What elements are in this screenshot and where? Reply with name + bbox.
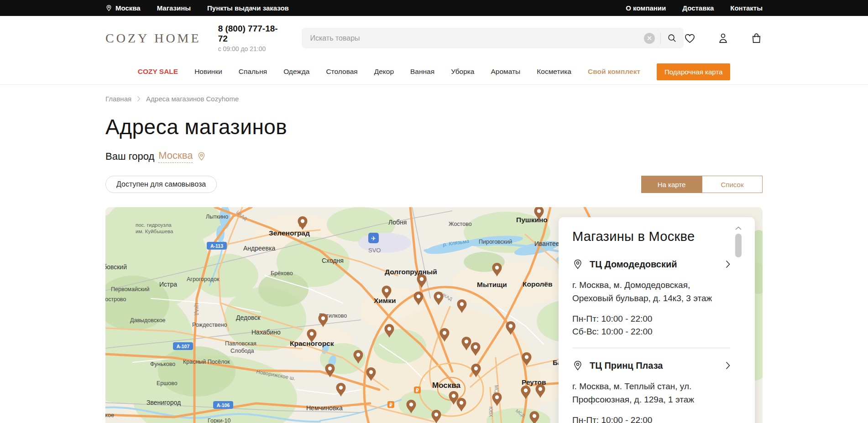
logo[interactable]: COZY HOME — [105, 31, 201, 46]
chevron-right-icon[interactable] — [726, 361, 730, 370]
map-label: Москва — [432, 381, 461, 390]
nav-item-5[interactable]: Декор — [374, 68, 394, 76]
phone-number[interactable]: 8 (800) 777-18-72 — [218, 24, 286, 44]
nav-item-0[interactable]: COZY SALE — [138, 68, 178, 76]
page-title: Адреса магазинов — [105, 115, 763, 139]
map-label: Хлебовский — [105, 263, 127, 271]
store-hours-line: Сб-Вс: 10:00 - 22:00 — [572, 327, 730, 337]
topbar-link-label: Контакты — [730, 4, 763, 12]
map-label: Ершово — [157, 380, 178, 386]
svg-text:А-107: А-107 — [177, 344, 190, 349]
map-label: Пушкино — [516, 216, 548, 224]
map-label: Зеленоград — [269, 229, 310, 237]
breadcrumb-home[interactable]: Главная — [105, 95, 131, 103]
nav-item-2[interactable]: Спальня — [239, 68, 267, 76]
city-select-link[interactable]: Москва — [158, 150, 193, 163]
map-label: Немчиновка — [306, 404, 343, 412]
map-label: Мытищи — [477, 281, 507, 288]
topbar-link-москва[interactable]: Москва — [105, 4, 141, 12]
favorites-heart-icon[interactable] — [684, 32, 696, 44]
map-label: Горки-10 — [208, 418, 230, 423]
phone-block: 8 (800) 777-18-72 с 09:00 до 21:00 — [218, 24, 286, 52]
topbar-link-магазины[interactable]: Магазины — [157, 4, 191, 12]
map-label: Брёхово — [271, 270, 293, 277]
map-label: Нахабино — [251, 329, 281, 336]
topbar-link-о-компании[interactable]: О компании — [626, 4, 666, 12]
store-hours: Пн-Пт: 10:00 - 22:00Сб-Вс: 10:00 - 22:00 — [572, 314, 730, 337]
topbar-link-label: Доставка — [682, 4, 714, 12]
map-label: Рождествено — [192, 322, 227, 328]
airport-icon: ✈ — [368, 233, 379, 243]
svg-text:₽: ₽ — [416, 388, 419, 393]
topbar-link-контакты[interactable]: Контакты — [730, 4, 763, 12]
road-number-badge: А-107 — [173, 342, 193, 350]
nav-item-6[interactable]: Ванная — [410, 68, 434, 76]
chevron-right-icon[interactable] — [726, 260, 730, 268]
location-pin-icon — [105, 5, 112, 11]
nav-item-3[interactable]: Одежда — [283, 68, 309, 76]
city-pin-icon — [197, 151, 206, 161]
panel-scrollbar[interactable] — [734, 224, 743, 423]
map-label: Кострово — [105, 296, 126, 303]
search-bar: ✕ — [302, 28, 684, 48]
search-divider — [660, 32, 661, 44]
map-label: Жостово — [449, 221, 472, 227]
topbar-link-доставка[interactable]: Доставка — [682, 4, 714, 12]
search-input[interactable] — [310, 34, 644, 42]
tab-list-view[interactable]: Список — [702, 176, 763, 193]
tab-map-view[interactable]: На карте — [641, 176, 702, 193]
breadcrumb-chevron-icon — [137, 96, 141, 102]
map-container[interactable]: А-113А-107А-106✈₽₽₽ ЗеленоградПушкиноЛоб… — [105, 207, 763, 423]
pickup-filter-chip[interactable]: Доступен для самовывоза — [105, 176, 217, 193]
store-item-header[interactable]: ТЦ Принц Плаза — [572, 360, 730, 371]
nav-item-9[interactable]: Косметика — [537, 68, 571, 76]
topbar-link-label: Москва — [115, 4, 141, 12]
nav-item-10[interactable]: Свой комплект — [588, 68, 640, 76]
nav-item-1[interactable]: Новинки — [194, 68, 222, 76]
store-panel: Магазины в Москве ТЦ Домодедовскийг. Мос… — [559, 217, 755, 423]
nav-item-7[interactable]: Уборка — [451, 68, 474, 76]
header: COZY HOME 8 (800) 777-18-72 с 09:00 до 2… — [0, 16, 868, 59]
work-hours: с 09:00 до 21:00 — [218, 45, 286, 52]
gift-card-button[interactable]: Подарочная карта — [657, 63, 730, 80]
cart-bag-icon[interactable] — [750, 32, 763, 44]
map-label: Долгопрудный — [385, 268, 437, 276]
breadcrumb-current: Адреса магазинов Cozyhome — [146, 95, 239, 103]
map-label: Королёв — [523, 280, 552, 288]
map-label: Лыткино — [206, 214, 228, 220]
scroll-up-icon[interactable] — [735, 224, 742, 227]
clear-search-icon[interactable]: ✕ — [644, 33, 655, 44]
topbar-link-пункты-выдачи-заказов[interactable]: Пункты выдачи заказов — [207, 4, 289, 12]
topbar-right-links: О компанииДоставкаКонтакты — [626, 4, 763, 12]
store-list-item: ТЦ Домодедовскийг. Москва, м. Домодедовс… — [572, 259, 730, 348]
map-label: Дедовск — [236, 314, 261, 321]
map-label: Павловская — [225, 340, 256, 347]
map-label: SVO — [368, 247, 381, 254]
map-label: Давыдовское — [130, 317, 166, 324]
store-address: г. Москва, м. Домодедовская, Ореховый бу… — [572, 279, 730, 305]
store-name: ТЦ Домодедовский — [590, 259, 719, 270]
toll-road-icon: ₽ — [387, 401, 394, 408]
map-label: Слобода — [230, 348, 254, 354]
location-pin-icon — [572, 259, 583, 270]
map-label: Лобня — [388, 219, 407, 226]
location-pin-icon — [572, 360, 583, 371]
map-label: Сходня — [322, 257, 344, 264]
map-label: ЮВХ — [488, 407, 493, 417]
store-list-item: ТЦ Принц Плазаг. Москва, м. Теплый стан,… — [572, 348, 730, 423]
nav-item-8[interactable]: Ароматы — [491, 68, 521, 76]
store-hours: Пн-Пт: 10:00 - 22:00Сб-Вс: 10:00 - 22:00 — [572, 415, 730, 423]
toll-road-icon: ₽ — [414, 386, 421, 393]
search-icon[interactable] — [666, 33, 677, 44]
topbar-link-label: О компании — [626, 4, 666, 12]
map-label: Звенигород — [146, 399, 181, 406]
main-nav: COZY SALEНовинкиСпальняОдеждаСтоловаяДек… — [0, 59, 868, 85]
topbar-link-label: Магазины — [157, 4, 191, 12]
store-item-header[interactable]: ТЦ Домодедовский — [572, 259, 730, 270]
scrollbar-thumb[interactable] — [735, 234, 742, 257]
topbar: МоскваМагазиныПункты выдачи заказов О ко… — [0, 0, 868, 16]
nav-item-4[interactable]: Столовая — [326, 68, 357, 76]
account-user-icon[interactable] — [717, 32, 729, 44]
breadcrumb: Главная Адреса магазинов Cozyhome — [105, 95, 763, 103]
svg-text:А-106: А-106 — [217, 402, 230, 408]
